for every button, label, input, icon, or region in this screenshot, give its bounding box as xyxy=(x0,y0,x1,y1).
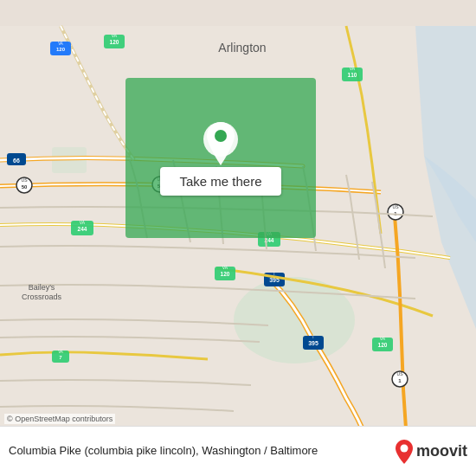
svg-text:120: 120 xyxy=(378,342,388,348)
svg-text:I: I xyxy=(312,335,313,339)
map-container: 66 50 US 50 US 120 VA 244 VA 244 VA 3 xyxy=(0,0,476,476)
moovit-text: moovit xyxy=(416,442,467,460)
moovit-logo: moovit xyxy=(394,439,467,465)
location-name-text: Columbia Pike (columbia pike lincoln), W… xyxy=(9,443,394,459)
osm-credit: © OpenStreetMap contributors xyxy=(4,414,115,424)
location-overlay: Take me there xyxy=(125,78,316,238)
svg-text:50: 50 xyxy=(22,184,28,190)
take-me-there-button[interactable]: Take me there xyxy=(160,167,280,196)
svg-text:VA: VA xyxy=(58,350,63,354)
svg-text:395: 395 xyxy=(308,340,318,346)
svg-text:VA: VA xyxy=(380,336,386,341)
svg-text:110: 110 xyxy=(348,72,357,78)
svg-text:VA: VA xyxy=(350,66,356,71)
svg-text:VA: VA xyxy=(80,220,86,225)
svg-text:VA: VA xyxy=(58,42,63,46)
svg-point-51 xyxy=(215,130,227,142)
svg-point-52 xyxy=(400,444,408,452)
moovit-pin-icon xyxy=(394,439,415,465)
svg-text:244: 244 xyxy=(78,226,87,232)
svg-text:120: 120 xyxy=(110,39,119,45)
info-bar: Columbia Pike (columbia pike lincoln), W… xyxy=(0,426,476,476)
svg-text:VA: VA xyxy=(222,265,228,270)
svg-text:VA: VA xyxy=(112,33,118,38)
svg-text:Crossroads: Crossroads xyxy=(22,293,62,301)
location-pin-icon xyxy=(202,120,240,158)
svg-text:US: US xyxy=(393,204,400,209)
svg-text:US: US xyxy=(22,177,29,183)
svg-text:Arlington: Arlington xyxy=(218,41,266,55)
svg-text:Bailey's: Bailey's xyxy=(29,283,55,292)
svg-text:66: 66 xyxy=(13,158,20,164)
svg-text:120: 120 xyxy=(221,271,230,277)
svg-text:120: 120 xyxy=(56,47,66,52)
svg-text:US: US xyxy=(397,371,404,376)
map-roads: 66 50 US 50 US 120 VA 244 VA 244 VA 3 xyxy=(0,0,476,476)
